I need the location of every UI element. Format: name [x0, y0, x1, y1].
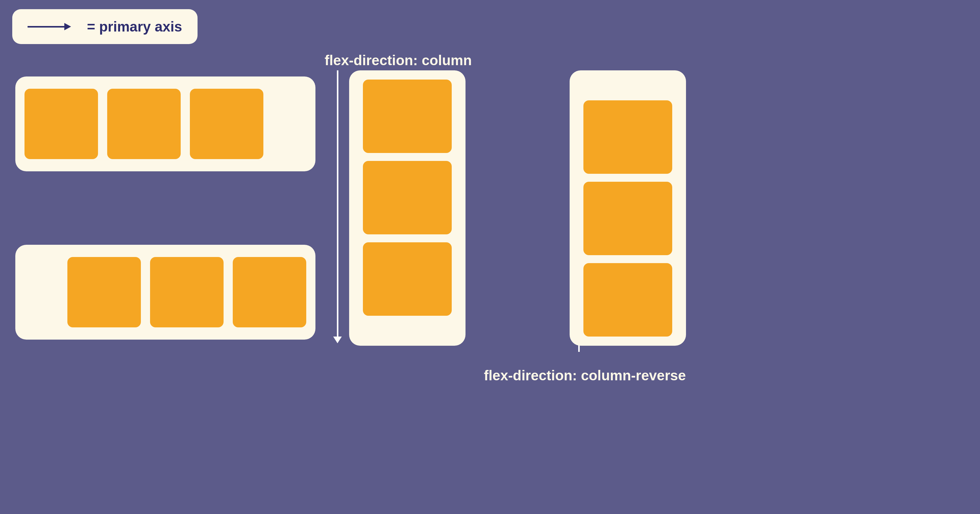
column-arrow-line — [337, 70, 339, 336]
column-reverse-box-2 — [584, 182, 672, 255]
column-box-2 — [363, 161, 452, 234]
column-container — [349, 70, 466, 346]
row-container — [15, 76, 315, 171]
column-box-3 — [363, 242, 452, 316]
row-reverse-box-2 — [150, 257, 224, 327]
row-reverse-box-3 — [67, 257, 141, 327]
row-box-3 — [190, 89, 263, 159]
row-box-1 — [24, 89, 98, 159]
row-box-2 — [107, 89, 181, 159]
row-reverse-container — [15, 245, 315, 339]
column-box-1 — [363, 79, 452, 153]
legend-arrow-line — [27, 26, 64, 27]
column-reverse-label: flex-direction: column-reverse — [484, 367, 686, 384]
column-reverse-box-1 — [584, 263, 672, 336]
legend-label: = primary axis — [87, 18, 182, 35]
legend-arrowhead — [64, 23, 71, 30]
column-reverse-box-3 — [584, 100, 672, 174]
column-arrowhead — [333, 336, 342, 343]
column-reverse-container — [570, 70, 686, 346]
legend-arrow — [27, 23, 71, 30]
column-arrow — [333, 70, 342, 352]
column-label: flex-direction: column — [325, 52, 472, 68]
legend-box: = primary axis — [12, 9, 197, 44]
row-reverse-box-1 — [233, 257, 306, 327]
